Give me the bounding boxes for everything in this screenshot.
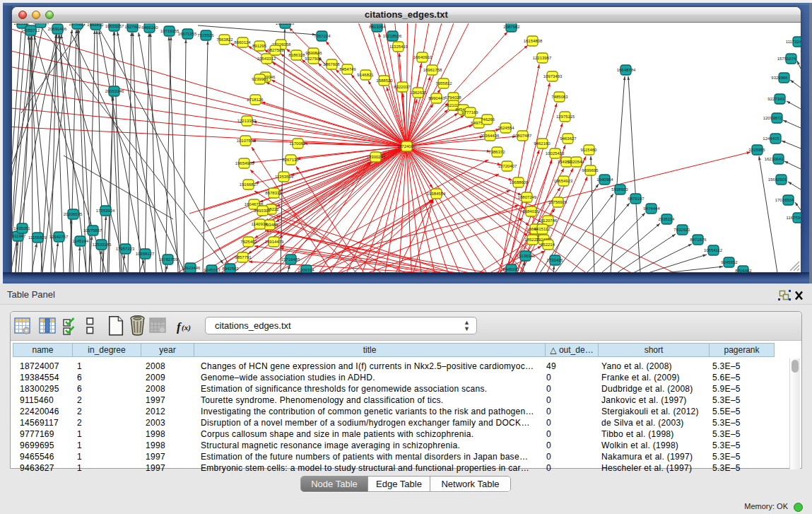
svg-text:9329966: 9329966	[771, 76, 788, 80]
svg-text:15720407: 15720407	[498, 164, 517, 168]
svg-text:10688609: 10688609	[510, 180, 529, 185]
svg-text:8186328: 8186328	[288, 53, 305, 57]
svg-text:7386372: 7386372	[488, 150, 505, 154]
svg-text:17957223: 17957223	[116, 247, 135, 251]
svg-text:1527602: 1527602	[124, 25, 141, 29]
svg-text:1435051: 1435051	[13, 226, 30, 230]
svg-text:9827503: 9827503	[267, 48, 284, 52]
svg-text:7625402: 7625402	[240, 240, 257, 244]
svg-text:3215955: 3215955	[748, 148, 765, 152]
svg-text:9227343: 9227343	[767, 97, 784, 101]
svg-text:2718126: 2718126	[247, 98, 264, 102]
svg-text:5938923: 5938923	[611, 187, 628, 192]
svg-text:16961758: 16961758	[423, 68, 442, 72]
svg-text:9777169: 9777169	[461, 110, 478, 115]
svg-text:16210643: 16210643	[765, 157, 784, 161]
svg-text:10807487: 10807487	[513, 134, 532, 138]
svg-text:10107552: 10107552	[237, 139, 256, 143]
svg-text:1167534: 1167534	[787, 216, 801, 220]
svg-text:10958127: 10958127	[136, 252, 155, 256]
svg-text:16782759: 16782759	[159, 257, 178, 262]
svg-text:6879197: 6879197	[628, 197, 645, 201]
svg-text:9239901: 9239901	[252, 77, 269, 81]
svg-text:2867608: 2867608	[323, 62, 340, 66]
svg-text:8813054: 8813054	[369, 25, 386, 29]
svg-text:12923446: 12923446	[182, 266, 201, 270]
svg-text:3911947: 3911947	[12, 234, 26, 238]
svg-text:12213383: 12213383	[237, 119, 257, 123]
svg-text:1362635: 1362635	[410, 90, 427, 95]
svg-text:(x): (x)	[182, 323, 191, 332]
svg-text:9415112: 9415112	[534, 227, 551, 231]
svg-text:1117324: 1117324	[786, 40, 801, 44]
svg-text:19654923: 19654923	[554, 179, 573, 183]
svg-text:12942757: 12942757	[49, 235, 69, 239]
svg-text:19218506: 19218506	[383, 34, 402, 38]
svg-text:16671355: 16671355	[178, 32, 197, 36]
svg-text:9245013: 9245013	[204, 268, 220, 272]
svg-text:10719155: 10719155	[160, 29, 180, 33]
svg-text:891295: 891295	[252, 44, 267, 48]
svg-text:2935114: 2935114	[659, 217, 676, 221]
svg-text:3493301: 3493301	[254, 209, 271, 213]
svg-text:10653257: 10653257	[105, 24, 124, 28]
svg-text:1140934: 1140934	[252, 222, 269, 226]
svg-text:9463627: 9463627	[560, 136, 577, 141]
svg-text:12975115: 12975115	[556, 115, 575, 119]
svg-text:10543312: 10543312	[257, 57, 276, 61]
svg-text:17016504: 17016504	[775, 198, 794, 202]
svg-text:6794028: 6794028	[445, 95, 461, 100]
svg-text:3624554: 3624554	[498, 126, 514, 130]
svg-text:10654112: 10654112	[704, 248, 723, 252]
svg-text:11156829: 11156829	[28, 235, 47, 240]
svg-text:16120746: 16120746	[539, 218, 558, 223]
svg-text:16154808: 16154808	[524, 39, 543, 43]
svg-text:9684016: 9684016	[522, 209, 539, 214]
svg-text:8471676: 8471676	[690, 238, 707, 242]
svg-text:252214: 252214	[541, 243, 555, 247]
svg-text:1244415: 1244415	[763, 136, 779, 141]
svg-text:12213967: 12213967	[533, 56, 552, 60]
svg-text:8678332: 8678332	[265, 191, 282, 195]
svg-text:12503185: 12503185	[93, 243, 112, 247]
svg-text:1075323: 1075323	[69, 23, 86, 26]
svg-text:11353594: 11353594	[275, 175, 294, 179]
svg-text:9320544: 9320544	[567, 160, 584, 164]
svg-text:8322037: 8322037	[394, 85, 411, 89]
svg-text:15692901: 15692901	[768, 177, 787, 182]
svg-text:10973493: 10973493	[543, 74, 563, 78]
svg-text:19654985: 19654985	[235, 161, 254, 165]
svg-text:10975867: 10975867	[83, 228, 102, 233]
svg-text:18807249: 18807249	[518, 195, 537, 199]
svg-text:7515526: 7515526	[197, 33, 214, 37]
svg-text:19384554: 19384554	[427, 192, 446, 196]
svg-text:1588520: 1588520	[376, 78, 393, 83]
svg-text:16648784: 16648784	[617, 68, 636, 72]
svg-text:7357224: 7357224	[314, 34, 331, 38]
svg-text:7563822: 7563822	[216, 37, 233, 42]
svg-text:9115460: 9115460	[581, 148, 598, 152]
svg-text:1145194: 1145194	[73, 239, 90, 243]
svg-text:20691406: 20691406	[48, 27, 67, 31]
svg-text:7485063: 7485063	[551, 95, 568, 99]
svg-text:20206575: 20206575	[64, 212, 83, 216]
svg-text:16033809: 16033809	[276, 23, 295, 25]
svg-text:746266: 746266	[481, 117, 495, 122]
svg-text:15716485: 15716485	[281, 257, 300, 262]
svg-text:14055712: 14055712	[21, 28, 40, 33]
svg-text:1640954: 1640954	[596, 177, 613, 182]
svg-text:7632621: 7632621	[673, 228, 690, 232]
svg-text:10756928: 10756928	[548, 200, 567, 204]
svg-text:8267130: 8267130	[282, 158, 299, 162]
svg-text:6466160: 6466160	[141, 25, 158, 30]
svg-text:16914479: 16914479	[265, 240, 284, 244]
svg-text:1993812: 1993812	[87, 23, 104, 27]
svg-text:8990443: 8990443	[428, 96, 445, 100]
svg-text:1623359: 1623359	[33, 23, 49, 25]
svg-text:9146821: 9146821	[357, 73, 374, 77]
svg-text:18724007: 18724007	[397, 144, 416, 148]
svg-text:8660124: 8660124	[234, 40, 251, 45]
svg-text:17353924: 17353924	[96, 209, 115, 213]
svg-text:8454749: 8454749	[339, 67, 356, 71]
svg-text:1170062: 1170062	[290, 141, 307, 146]
